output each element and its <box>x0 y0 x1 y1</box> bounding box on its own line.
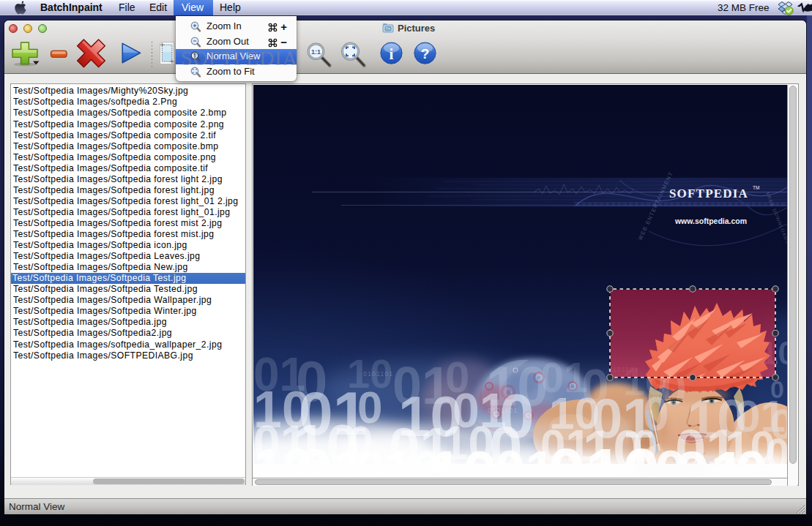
svg-text:0101101: 0101101 <box>363 370 393 377</box>
svg-text:1:1: 1:1 <box>311 48 321 56</box>
svg-text:0101101: 0101101 <box>652 394 680 401</box>
svg-text:0101101: 0101101 <box>488 407 518 414</box>
svg-text:www.softpedia.com: www.softpedia.com <box>674 217 747 225</box>
svg-text:?: ? <box>421 46 430 61</box>
svg-text:i: i <box>390 45 394 63</box>
svg-text:SOFTPEDIA: SOFTPEDIA <box>669 187 748 200</box>
svg-text:TM: TM <box>753 185 759 190</box>
